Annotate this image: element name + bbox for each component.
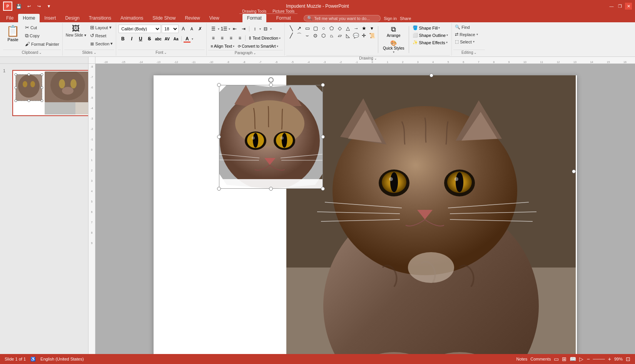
cut-button[interactable]: ✂ Cut [23,24,61,31]
font-size-select[interactable]: 18 [162,25,179,33]
paste-button[interactable]: 📋 Paste [3,24,23,43]
select-button[interactable]: ⬚ Select ▾ [453,38,479,45]
reset-button[interactable]: ↺ Reset [89,32,115,39]
bullets-arrow[interactable]: ▾ [218,27,219,31]
shape-oval[interactable]: ⊙ [311,32,320,39]
fit-window-icon[interactable]: ⊡ [626,356,630,362]
notes-button[interactable]: Notes [516,357,527,361]
save-icon[interactable]: 💾 [15,3,22,10]
editing-expand[interactable]: ⌄ [474,51,477,55]
decrease-indent-button[interactable]: ⇤ [231,25,239,33]
handle-tc[interactable] [269,83,273,87]
tab-review[interactable]: Review [180,14,204,22]
numbering-button[interactable]: 1☰ [220,25,228,33]
section-button[interactable]: ≣ Section ▾ [89,40,115,47]
shape-right-tri[interactable]: ◺ [344,32,352,39]
shape-arrow[interactable]: ↗ [295,25,304,32]
shape-freeform[interactable]: ⌣ [303,32,312,39]
font-expand[interactable]: ⌄ [164,51,167,55]
close-button[interactable]: ✕ [625,3,632,10]
shape-rect[interactable]: ▭ [303,25,312,32]
align-left-button[interactable]: ≡ [209,34,217,42]
handle-br[interactable] [321,187,325,191]
cat-small-selected[interactable] [219,85,323,189]
shape-star[interactable]: ★ [360,25,368,32]
zoom-out-icon[interactable]: − [587,356,590,362]
shape-circle[interactable]: ○ [319,25,328,32]
copy-button[interactable]: ⧉ Copy [23,32,61,40]
find-button[interactable]: 🔍 Find [453,24,479,30]
shape-cross[interactable]: ✛ [360,32,368,39]
paragraph-expand[interactable]: ⌄ [253,51,256,55]
slide-thumb-1[interactable] [12,70,89,116]
bullets-button[interactable]: ☰ [209,25,217,33]
handle-bl[interactable] [217,187,221,191]
shape-callout[interactable]: 💬 [352,32,360,39]
comments-button[interactable]: Comments [530,357,551,361]
tell-me-input[interactable]: 🔍 Tell me what you want to do... [304,15,381,22]
normal-view-icon[interactable]: ▭ [554,356,559,362]
slide-item-1[interactable]: 1 [3,68,85,118]
handle-bc[interactable] [269,187,273,191]
shape-right-arrow[interactable]: → [352,25,360,32]
reading-view-icon[interactable]: 📖 [570,356,576,362]
shape-diamond[interactable]: ◇ [336,25,344,32]
shape-parallelogram[interactable]: ▱ [336,32,344,39]
tab-animations[interactable]: Animations [116,14,148,22]
shape-hex[interactable]: ⬡ [319,32,328,39]
convert-smartart-button[interactable]: ⟳ Convert to SmartArt ▾ [236,43,279,49]
font-shrink-button[interactable]: A [188,25,196,33]
tab-picture-format[interactable]: Format [272,14,296,22]
sign-in-link[interactable]: Sign in [384,16,397,22]
shape-pentagon[interactable]: ⬠ [328,25,336,32]
shape-rounded-rect[interactable]: ▢ [311,25,320,32]
tab-view[interactable]: View [205,14,224,22]
numbering-arrow[interactable]: ▾ [229,27,230,31]
shape-line[interactable]: ╲ [287,25,296,32]
tab-file[interactable]: File [2,14,18,22]
justify-button[interactable]: ≡ [236,34,244,42]
layout-button[interactable]: ⊞ Layout ▾ [89,24,115,31]
align-center-button[interactable]: ≡ [218,34,226,42]
shape-curved[interactable]: ⌒ [295,32,304,39]
shape-scroll[interactable]: 📜 [368,32,376,39]
slides-expand[interactable]: ⌄ [94,51,97,55]
italic-button[interactable]: I [127,35,136,43]
shape-triangle[interactable]: △ [344,25,352,32]
restore-button[interactable]: ❐ [617,3,623,10]
align-text-button[interactable]: ≡ Align Text ▾ [209,43,236,49]
cat-photo-large[interactable] [286,75,576,364]
tab-slideshow[interactable]: Slide Show [148,14,180,22]
align-right-button[interactable]: ≡ [227,34,235,42]
font-color-button[interactable]: A [183,35,191,43]
bold-button[interactable]: B [119,35,127,43]
accessibility-icon[interactable]: ♿ [30,357,36,362]
strikethrough-button[interactable]: S [145,35,154,43]
arrange-button[interactable]: ⧉ Arrange [381,25,407,38]
font-color-arrow[interactable]: ▾ [192,37,193,41]
slideshow-icon[interactable]: ▷ [579,356,583,362]
customize-qat-icon[interactable]: ▼ [45,3,52,10]
increase-indent-button[interactable]: ⇥ [239,25,248,33]
shape-line2[interactable]: ╱ [287,32,296,39]
format-painter-button[interactable]: 🖌 Format Painter [23,40,61,48]
tab-insert[interactable]: Insert [40,14,60,22]
handle-ml[interactable] [217,135,221,139]
tab-home[interactable]: Home [18,14,40,22]
char-spacing-button[interactable]: AV [163,35,171,43]
handle-tl[interactable] [217,83,221,87]
zoom-slider[interactable]: ──── [593,357,605,361]
canvas-area[interactable] [95,64,635,364]
shape-fill-button[interactable]: 🪣 Shape Fill ▾ [411,25,449,31]
quick-styles-button[interactable]: 🎨 Quick Styles ▾ [381,39,407,55]
replace-button[interactable]: ⇄ Replace ▾ [453,31,479,38]
zoom-in-icon[interactable]: + [608,356,611,362]
font-grow-button[interactable]: A [179,25,187,33]
clipboard-expand[interactable]: ⌄ [39,51,42,55]
text-direction-button[interactable]: ⇕ Text Direction ▾ [247,35,282,42]
undo-icon[interactable]: ↩ [25,3,32,10]
columns-arrow[interactable]: ▾ [270,27,272,31]
redo-icon[interactable]: ↪ [35,3,42,10]
handle-tr[interactable] [321,83,325,87]
line-spacing-button[interactable]: ↕ [251,25,259,33]
